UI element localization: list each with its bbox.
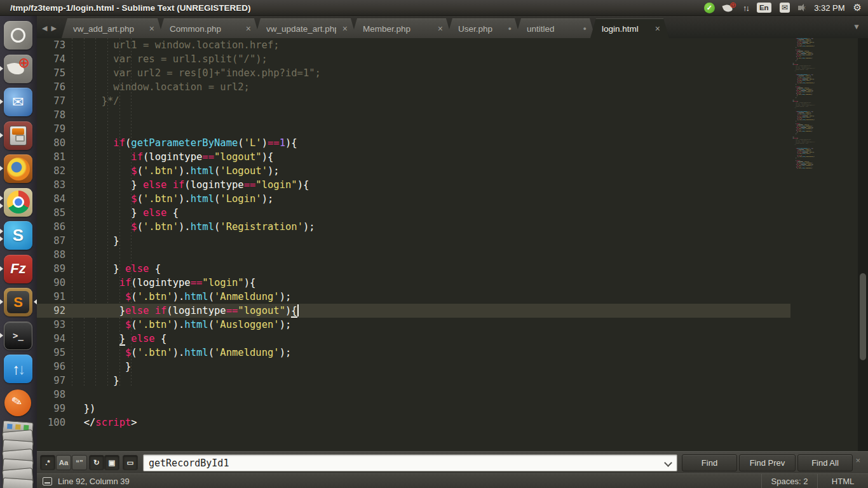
code-line-100[interactable]: 100 </script> (37, 416, 790, 430)
tab-Common.php[interactable]: Common.php× (158, 18, 260, 38)
launcher-item-sublime-text[interactable]: S (0, 288, 37, 317)
code-line-98[interactable]: 98 (37, 388, 790, 402)
code-line-74[interactable]: 74 var res = url1.split("/"); (37, 52, 790, 66)
session-gear-icon[interactable]: ⚙ (853, 2, 862, 13)
wrap-toggle[interactable]: ↻ (89, 455, 104, 470)
editor-view[interactable]: 73 url1 = window.location.href;74 var re… (37, 38, 868, 451)
case-sensitive-toggle[interactable]: Aa (56, 455, 71, 470)
code-line-94[interactable]: 94 } else { (37, 332, 790, 346)
keyboard-layout-indicator[interactable]: En (757, 3, 771, 13)
code-line-97[interactable]: 97 } (37, 374, 790, 388)
line-number: 82 (37, 164, 71, 178)
find-all-button[interactable]: Find All (797, 454, 853, 471)
stacked-window-thumb[interactable] (2, 477, 34, 488)
launcher-item-window-stack[interactable] (0, 421, 37, 488)
tab-close-icon[interactable]: × (149, 24, 154, 34)
launcher-item-ubuntu-dash[interactable] (0, 21, 37, 50)
tab-close-icon[interactable]: × (246, 24, 251, 34)
code-line-82[interactable]: 82 $('.btn').html('Logout'); (37, 164, 790, 178)
skype-icon: S (4, 221, 32, 250)
focused-indicator (34, 299, 37, 304)
code-line-78[interactable]: 78 (37, 108, 790, 122)
find-input[interactable] (143, 454, 677, 471)
code-line-80[interactable]: 80 if(getParameterByName('L')==1){ (37, 136, 790, 150)
code-text: } (71, 234, 119, 248)
regex-toggle[interactable]: .* (40, 455, 55, 470)
tab-User.php[interactable]: User.php● (447, 18, 520, 38)
line-number: 88 (37, 248, 71, 262)
code-line-95[interactable]: 95 $('.btn').html('Anmeldung'); (37, 346, 790, 360)
code-line-91[interactable]: 91 $('.btn').html('Anmeldung'); (37, 290, 790, 304)
code-line-87[interactable]: 87 } (37, 234, 790, 248)
tab-login.html[interactable]: login.html× (590, 18, 669, 38)
line-number: 81 (37, 150, 71, 164)
code-line-77[interactable]: 77 }*/ (37, 94, 790, 108)
in-selection-toggle[interactable]: ▣ (104, 455, 119, 470)
status-panel-icon[interactable] (43, 477, 52, 485)
cursor-position[interactable]: Line 92, Column 39 (58, 477, 761, 486)
find-prev-button[interactable]: Find Prev (739, 454, 796, 471)
indentation-setting[interactable]: Spaces: 2 (761, 474, 817, 488)
code-text: } (71, 374, 119, 388)
code-line-92[interactable]: 92 }else if(logintype=="logout"){ (37, 304, 790, 318)
sync-arrows-icon: ↑↓ (4, 355, 32, 383)
tab-untitled[interactable]: untitled● (515, 18, 595, 38)
screenshot-tray-icon[interactable]: ⊕ (723, 3, 735, 13)
code-text: } (71, 360, 131, 374)
code-line-90[interactable]: 90 if(logintype=="login"){ (37, 276, 790, 290)
whole-word-toggle[interactable]: “” (72, 455, 87, 470)
line-number: 98 (37, 388, 71, 402)
code-line-79[interactable]: 79 (37, 122, 790, 136)
scrollbar-thumb[interactable] (860, 273, 866, 360)
updates-ok-icon[interactable]: ✓ (704, 3, 715, 13)
tab-vw_update_art.php[interactable]: vw_update_art.php× (255, 18, 356, 38)
code-line-81[interactable]: 81 if(logintype=="logout"){ (37, 150, 790, 164)
code-line-96[interactable]: 96 } (37, 360, 790, 374)
clock[interactable]: 3:32 PM (814, 3, 844, 13)
scrollbar-track[interactable] (858, 36, 868, 451)
tab-close-icon[interactable]: × (342, 24, 348, 34)
code-line-75[interactable]: 75 var url2 = res[0]+"index.php?id=1"; (37, 66, 790, 80)
launcher-item-screenshot-tool[interactable]: ⊕ (0, 55, 37, 84)
find-button[interactable]: Find (682, 454, 737, 471)
tab-close-icon[interactable]: × (655, 24, 660, 34)
tab-vw_add_art.php[interactable]: vw_add_art.php× (62, 18, 163, 38)
volume-muted-icon[interactable]: × (798, 4, 806, 11)
status-bar: Line 92, Column 39 Spaces: 2 HTML (37, 473, 868, 488)
launcher-item-filezilla[interactable]: Fz (0, 255, 37, 284)
launcher-item-sync-arrows[interactable]: ↑↓ (0, 355, 37, 384)
tab-overflow-icon[interactable]: ▼ (853, 22, 860, 31)
minimap[interactable]: if(getParameterByName('L')==1){ if(login… (790, 36, 857, 449)
tab-Member.php[interactable]: Member.php× (351, 18, 452, 38)
code-text (71, 248, 72, 262)
code-line-99[interactable]: 99 }) (37, 402, 790, 416)
mail-icon[interactable]: ✉ (780, 3, 790, 13)
highlight-matches-toggle[interactable]: ▭ (123, 455, 138, 470)
launcher-item-thunderbird[interactable]: ✉ (0, 88, 37, 117)
syntax-setting[interactable]: HTML (817, 474, 868, 488)
code-line-84[interactable]: 84 $('.btn').html('Login'); (37, 192, 790, 206)
launcher-item-orange-tool[interactable]: ✎ (0, 388, 37, 417)
launcher-item-terminal[interactable]: >_ (0, 322, 37, 351)
network-traffic-icon[interactable]: ↑↓ (743, 3, 749, 13)
code-text: var res = url1.split("/"); (71, 52, 268, 66)
launcher-item-skype[interactable]: S (0, 221, 37, 250)
code-line-76[interactable]: 76 window.location = url2; (37, 80, 790, 94)
code-line-73[interactable]: 73 url1 = window.location.href; (37, 38, 790, 52)
tab-scroll-left-icon[interactable]: ◀ (42, 24, 47, 32)
desktop: /tmp/fz3temp-1/login.html - Sublime Text… (0, 0, 868, 488)
launcher-item-file-archiver[interactable] (0, 121, 37, 151)
code-line-93[interactable]: 93 $('.btn').html('Ausloggen'); (37, 318, 790, 332)
sublime-text-icon: S (4, 288, 32, 316)
code-line-83[interactable]: 83 } else if(logintype=="login"){ (37, 178, 790, 192)
code-line-85[interactable]: 85 } else { (37, 206, 790, 220)
launcher-item-firefox[interactable] (0, 154, 37, 184)
find-close-icon[interactable]: × (855, 456, 860, 465)
code-line-88[interactable]: 88 (37, 248, 790, 262)
code-line-89[interactable]: 89 } else { (37, 262, 790, 276)
tab-scroll-right-icon[interactable]: ▶ (51, 24, 56, 32)
launcher-item-chrome[interactable] (0, 188, 37, 217)
code-line-86[interactable]: 86 $('.btn').html('Registration'); (37, 220, 790, 234)
code-text (71, 108, 72, 122)
tab-close-icon[interactable]: × (438, 24, 443, 34)
